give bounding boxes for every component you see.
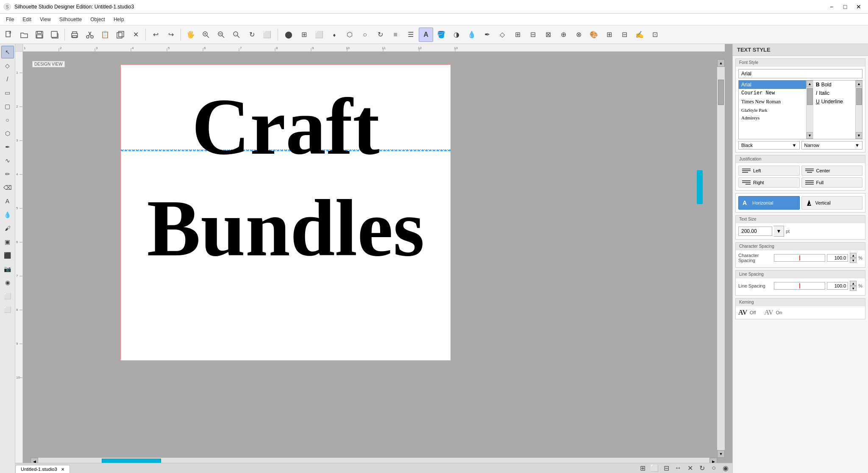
paint-bucket-btn[interactable]: 🪣 xyxy=(434,28,448,42)
hex-btn[interactable]: ⬡ xyxy=(342,28,357,42)
font-item-arial[interactable]: Arial xyxy=(739,80,806,89)
font-scroll-up[interactable]: ▲ xyxy=(807,80,813,87)
font-scroll-down[interactable]: ▼ xyxy=(807,132,813,139)
save-alt-button[interactable] xyxy=(47,28,62,42)
font-item-courier[interactable]: Courier New xyxy=(739,89,806,97)
character-spacing-up[interactable]: ▲ xyxy=(850,253,857,258)
curve-draw-tool[interactable]: ∿ xyxy=(1,154,14,167)
font-item-times[interactable]: Times New Roman xyxy=(739,97,806,106)
ellipse-draw-tool[interactable]: ○ xyxy=(1,113,14,126)
character-spacing-down[interactable]: ▼ xyxy=(850,258,857,263)
kerning-off-option[interactable]: AV Off xyxy=(738,309,756,316)
weld-btn[interactable]: ⊗ xyxy=(571,28,586,42)
line-spacing-input[interactable] xyxy=(827,282,848,290)
paint-draw-tool[interactable]: 🖌 xyxy=(1,222,14,235)
style-scroll-up[interactable]: ▲ xyxy=(856,80,862,87)
horizontal-orientation-button[interactable]: A Horizontal xyxy=(738,196,800,210)
justify-left-button[interactable]: Left xyxy=(738,166,800,176)
justify-right-button[interactable]: Right xyxy=(738,177,800,188)
line-spacing-down[interactable]: ▼ xyxy=(850,286,857,291)
grid-toggle-btn[interactable]: ⊞ xyxy=(637,464,648,472)
open-button[interactable] xyxy=(17,28,31,42)
font-item-admireys[interactable]: Admireys xyxy=(739,114,806,122)
save-button[interactable] xyxy=(32,28,47,42)
close-button[interactable]: ✕ xyxy=(853,1,865,13)
node2-btn[interactable]: ◇ xyxy=(495,28,509,42)
style-bold-item[interactable]: B Bold xyxy=(813,80,855,89)
capture-draw-tool[interactable]: 📷 xyxy=(1,263,14,275)
zoom-out-button[interactable] xyxy=(214,28,228,42)
pan-button[interactable]: 🖐 xyxy=(184,28,198,42)
paste-button[interactable] xyxy=(113,28,128,42)
vertical-orientation-button[interactable]: Vertical xyxy=(801,196,863,210)
font-item-glastyle[interactable]: GlaStyle Park xyxy=(739,106,806,114)
silhouette-draw-tool[interactable]: ◉ xyxy=(1,276,14,289)
cut-button[interactable] xyxy=(83,28,97,42)
bottom-draw-tool1[interactable]: ⬜ xyxy=(1,290,14,302)
style-scroll-down[interactable]: ▼ xyxy=(856,132,862,139)
scroll-down-button[interactable]: ▼ xyxy=(717,450,725,458)
text-size-input[interactable] xyxy=(738,227,772,236)
move-btn[interactable]: ↔ xyxy=(673,464,683,472)
text-size-dropdown[interactable]: ▼ xyxy=(774,226,784,237)
replicate-btn[interactable]: ⊠ xyxy=(541,28,555,42)
table-btn[interactable]: ⊞ xyxy=(602,28,616,42)
style-scroll-thumb[interactable] xyxy=(856,88,862,105)
gradient-btn[interactable]: ◑ xyxy=(449,28,464,42)
style-underline-item[interactable]: U Underline xyxy=(813,97,855,106)
circle2-btn[interactable]: ○ xyxy=(709,464,719,472)
style-italic-item[interactable]: I Italic xyxy=(813,89,855,97)
eyedrop-btn[interactable]: 💧 xyxy=(465,28,479,42)
new-button[interactable] xyxy=(2,28,16,42)
node-edit-tool[interactable]: ◇ xyxy=(1,59,14,72)
kerning-on-option[interactable]: AV On xyxy=(765,309,782,316)
justify-center-button[interactable]: Center xyxy=(801,166,863,176)
redo-button[interactable]: ↪ xyxy=(164,28,178,42)
undo-button[interactable]: ↩ xyxy=(148,28,163,42)
font-weight-dropdown[interactable]: Black ▼ xyxy=(738,141,800,149)
lines-btn[interactable]: ≡ xyxy=(388,28,403,42)
select-all-btn[interactable]: ⬜ xyxy=(649,464,659,472)
delete-button[interactable]: ✕ xyxy=(128,28,143,42)
pencil-draw-tool[interactable]: ✏ xyxy=(1,168,14,180)
rotate2-btn[interactable]: ↻ xyxy=(697,464,707,472)
media-draw-tool[interactable]: ⬛ xyxy=(1,249,14,262)
pen2-btn[interactable]: ✒ xyxy=(480,28,494,42)
select-tool[interactable]: ↖ xyxy=(1,46,14,58)
zoom-in-button[interactable] xyxy=(199,28,213,42)
fill2-btn[interactable]: ◉ xyxy=(721,464,731,472)
menu-view[interactable]: View xyxy=(36,15,55,24)
rect-draw-tool[interactable]: ▭ xyxy=(1,86,14,99)
text-A-btn[interactable]: A xyxy=(419,28,433,42)
line-spacing-up[interactable]: ▲ xyxy=(850,281,857,286)
polygon-draw-tool[interactable]: ⬡ xyxy=(1,127,14,140)
style-list-scrollbar[interactable]: ▲ ▼ xyxy=(855,80,862,139)
menu-silhouette[interactable]: Silhouette xyxy=(55,15,86,24)
font-name-input[interactable] xyxy=(738,69,862,78)
font-width-dropdown[interactable]: Narrow ▼ xyxy=(801,141,863,149)
justify-full-button[interactable]: Full xyxy=(801,177,863,188)
scroll-handle[interactable] xyxy=(697,170,703,204)
rect-select-btn[interactable]: ⬜ xyxy=(312,28,326,42)
copy-button[interactable]: 📋 xyxy=(98,28,112,42)
extra-btn[interactable]: ⊡ xyxy=(648,28,662,42)
lasso-tool-btn[interactable]: ⬤ xyxy=(281,28,296,42)
menu-edit[interactable]: Edit xyxy=(18,15,36,24)
menu-file[interactable]: File xyxy=(2,15,18,24)
character-spacing-slider[interactable] xyxy=(774,254,825,262)
grid-button[interactable]: ⬜ xyxy=(260,28,274,42)
align-btn[interactable]: ⊟ xyxy=(526,28,540,42)
diamond-btn[interactable]: ⬧ xyxy=(327,28,342,42)
vertical-scrollbar[interactable]: ▲ ▼ xyxy=(717,59,725,458)
fill-draw-tool[interactable]: ▣ xyxy=(1,235,14,248)
lines2-btn[interactable]: ☰ xyxy=(403,28,418,42)
transform-btn[interactable]: ⊞ xyxy=(510,28,525,42)
grid2-btn[interactable]: ⊟ xyxy=(617,28,632,42)
tab-close-button[interactable]: ✕ xyxy=(61,467,64,472)
font-scroll-thumb[interactable] xyxy=(807,88,813,105)
bottom-draw-tool2[interactable]: ⬜ xyxy=(1,303,14,316)
pen-draw-tool[interactable]: ✒ xyxy=(1,141,14,153)
print-button[interactable] xyxy=(67,28,82,42)
pathfinder-btn[interactable]: ⊕ xyxy=(556,28,570,42)
menu-object[interactable]: Object xyxy=(86,15,109,24)
